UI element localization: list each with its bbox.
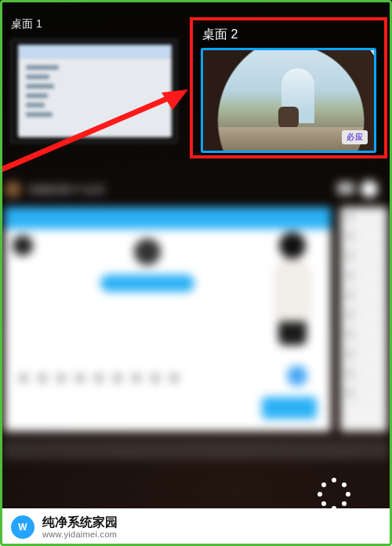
desktop-1-wrap[interactable]: 桌面 1 — [0, 17, 188, 163]
list-item[interactable] — [340, 384, 387, 403]
qq-show-character — [265, 232, 320, 350]
list-item[interactable] — [340, 246, 387, 266]
window-preview-title: 花猫的第3个会话 — [28, 183, 105, 197]
wallpaper-source-tag: 必应 — [342, 130, 368, 144]
chat-bubble — [100, 275, 194, 292]
watermark-site-url: www.yidaimei.com — [42, 530, 118, 539]
avatar-icon — [13, 235, 33, 256]
watermark-site-name: 纯净系统家园 — [42, 515, 118, 530]
desktop-2-wrap[interactable]: 桌面 2 必应 — [188, 17, 392, 163]
svg-point-3 — [342, 482, 347, 487]
secondary-window-preview[interactable] — [3, 439, 389, 460]
window-preview-header: 花猫的第3个会话 — [5, 177, 387, 202]
annotation-red-box: 桌面 2 必应 — [190, 17, 387, 158]
svg-point-2 — [332, 478, 336, 482]
svg-point-5 — [342, 501, 347, 506]
send-button[interactable] — [262, 397, 317, 419]
chat-message-area — [61, 238, 234, 340]
desktop-1-thumbnail[interactable] — [11, 39, 177, 143]
list-item[interactable] — [340, 344, 387, 364]
settings-gear-icon[interactable] — [361, 180, 378, 198]
svg-point-9 — [321, 482, 326, 487]
watermark-bar: W 纯净系统家园 www.yidaimei.com — [0, 508, 392, 546]
contact-list-window[interactable] — [340, 207, 387, 431]
input-toolbar[interactable] — [19, 373, 237, 384]
list-item[interactable] — [340, 325, 387, 344]
list-item[interactable] — [340, 364, 387, 384]
list-item[interactable] — [340, 227, 387, 246]
send-area[interactable] — [19, 395, 317, 419]
loading-dots-icon — [317, 477, 351, 511]
list-item[interactable] — [340, 305, 387, 325]
chat-left-avatar — [13, 235, 33, 256]
window-minimize-icon[interactable] — [337, 182, 354, 195]
desktop-2-label: 桌面 2 — [202, 27, 376, 43]
open-windows-area: 花猫的第3个会话 — [0, 177, 392, 486]
chat-app-titlebar — [5, 207, 331, 229]
virtual-desktops-row: 桌面 1 桌面 2 必应 — [0, 17, 392, 163]
self-mini-avatar-icon — [287, 366, 307, 386]
svg-point-7 — [321, 501, 326, 506]
desktop-2-wallpaper-thumb: 必应 — [203, 50, 374, 151]
list-item[interactable] — [340, 266, 387, 286]
app-avatar-icon — [5, 181, 22, 198]
task-view-screenshot: 桌面 1 桌面 2 必应 — [0, 0, 392, 546]
list-item[interactable] — [340, 286, 387, 305]
svg-point-8 — [318, 492, 322, 497]
contact-avatar-icon — [134, 238, 161, 265]
desktop-1-app-window — [18, 45, 172, 137]
list-item[interactable] — [340, 207, 387, 227]
svg-point-4 — [346, 492, 350, 497]
chat-app-window[interactable] — [5, 207, 331, 431]
watermark-logo-icon: W — [11, 515, 34, 539]
desktop-1-label: 桌面 1 — [11, 17, 188, 31]
desktop-2-selected-border[interactable]: 必应 — [201, 48, 376, 153]
